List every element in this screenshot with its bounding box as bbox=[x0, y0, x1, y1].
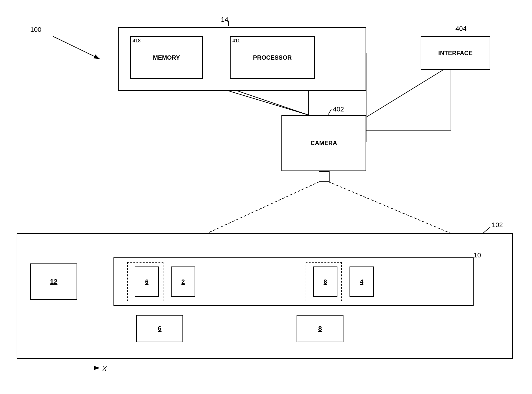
svg-line-5 bbox=[328, 109, 331, 114]
interface-label: INTERFACE bbox=[438, 50, 472, 57]
box-4: 4 bbox=[350, 267, 374, 297]
ref-100: 100 bbox=[30, 26, 41, 34]
box-4-label: 4 bbox=[360, 278, 363, 285]
svg-line-2 bbox=[53, 36, 100, 59]
svg-line-6 bbox=[228, 88, 309, 115]
box-12-label: 12 bbox=[50, 278, 57, 286]
ref-402: 402 bbox=[333, 105, 344, 113]
box-2: 2 bbox=[171, 267, 195, 297]
processor-box: 410 PROCESSOR bbox=[230, 36, 315, 79]
ref-14: 14 bbox=[221, 16, 228, 24]
memory-box: 418 MEMORY bbox=[130, 36, 203, 79]
interface-box: INTERFACE bbox=[421, 36, 490, 70]
box-6-below: 6 bbox=[136, 315, 183, 342]
box-8-below: 8 bbox=[297, 315, 343, 342]
ref-102: 102 bbox=[492, 221, 503, 229]
ref-10: 10 bbox=[474, 251, 481, 259]
conveyor-strip bbox=[113, 257, 474, 306]
svg-line-19 bbox=[228, 91, 309, 115]
diagram-container: 100 14 418 MEMORY 410 PROCESSOR INTERFAC… bbox=[0, 0, 532, 394]
box-2-label: 2 bbox=[181, 278, 185, 285]
x-axis-label: X bbox=[102, 365, 107, 373]
camera-box: CAMERA bbox=[281, 115, 366, 171]
processor-label: PROCESSOR bbox=[253, 54, 292, 61]
box-8-below-label: 8 bbox=[318, 325, 322, 333]
camera-connector bbox=[319, 171, 330, 182]
ref-404: 404 bbox=[455, 25, 467, 33]
box-8-inner-label: 8 bbox=[323, 278, 327, 285]
processor-ref-number: 410 bbox=[232, 38, 241, 44]
box-8-inner: 8 bbox=[313, 267, 337, 297]
camera-label: CAMERA bbox=[310, 140, 337, 147]
memory-ref-number: 418 bbox=[133, 38, 141, 44]
box-6-below-label: 6 bbox=[158, 325, 161, 333]
memory-label: MEMORY bbox=[153, 54, 180, 61]
box-6-inner-label: 6 bbox=[145, 278, 148, 285]
box-12: 12 bbox=[30, 263, 77, 300]
box-6-inner: 6 bbox=[135, 267, 159, 297]
